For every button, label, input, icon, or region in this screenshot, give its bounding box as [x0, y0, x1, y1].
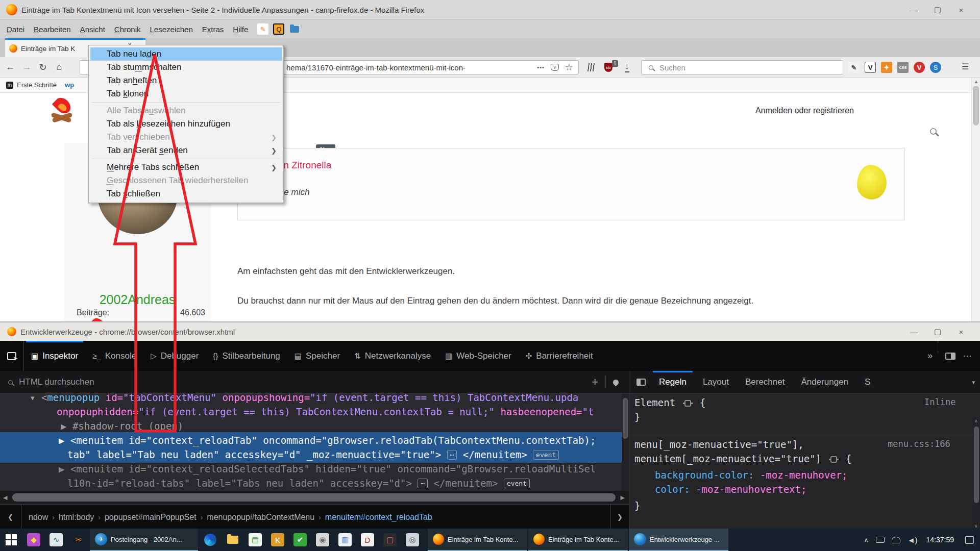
breadcrumb-item[interactable]: html:body [55, 513, 98, 522]
more-tools-icon[interactable]: » [927, 350, 933, 361]
rules-scroll-up-icon[interactable]: ∧ [974, 418, 978, 423]
search-bar[interactable]: Suchen [641, 60, 843, 74]
menu-item-tab-verschieben[interactable]: Tab verschieben❯ [90, 131, 282, 144]
devtools-tab-speicher[interactable]: ▤Speicher [287, 341, 347, 371]
markup-line[interactable]: ▶ <menuitem id="context_reloadSelectedTa… [59, 462, 596, 476]
breadcrumb-item[interactable]: popupset#mainPopupSet [101, 513, 201, 522]
markup-line[interactable]: ▶ #shadow-root (open) [61, 419, 183, 433]
add-node-icon[interactable]: + [592, 375, 598, 389]
menu-item-tab-neu-laden[interactable]: Tab neu laden [90, 47, 282, 61]
markup-badge[interactable]: event [504, 479, 530, 488]
dock-side-icon[interactable] [945, 353, 955, 360]
sidebar-tab-änderungen[interactable]: Änderungen [793, 371, 856, 394]
v-box-ext-icon[interactable]: V [865, 62, 876, 73]
notes-icon[interactable]: ▤ [244, 529, 266, 551]
color-app-icon[interactable]: ◆ [22, 529, 45, 551]
taskbar-task[interactable]: Entwicklerwerkzeuge ... [629, 529, 728, 551]
menubar-item-bearbeiten[interactable]: Bearbeiten [29, 20, 76, 38]
devtools-menu-icon[interactable]: ⋯ [963, 350, 972, 362]
pencil-ext-icon[interactable]: ✎ [848, 62, 860, 73]
menu-item-tab-schließen[interactable]: Tab schließen [90, 187, 282, 201]
menubar-item-datei[interactable]: Datei [2, 20, 29, 38]
check-icon[interactable]: ✔ [289, 529, 311, 551]
devtools-tab-debugger[interactable]: ▷Debugger [143, 341, 206, 371]
devtools-tab-barrierefreiheit[interactable]: ✣Barrierefreiheit [519, 341, 600, 371]
breadcrumb-item[interactable]: menuitem#context_reloadTab [321, 513, 436, 522]
close-button[interactable]: × [949, 0, 973, 19]
download-icon[interactable]: ↓ [625, 62, 629, 72]
menu-item-tab-anheften[interactable]: Tab anheften [90, 74, 282, 87]
menubar-item-extras[interactable]: Extras [198, 20, 229, 38]
back-icon[interactable]: ← [2, 62, 18, 72]
taskbar-task[interactable]: Einträge im Tab Konte... [528, 529, 628, 551]
breadcrumb-item[interactable]: menupopup#tabContextMenu [203, 513, 318, 522]
rules-scroll-down-icon[interactable]: ∨ [974, 523, 978, 529]
crumbs-scroll-left-icon[interactable]: ❮ [0, 505, 21, 530]
tray-network-icon[interactable] [892, 537, 900, 543]
v-red-ext-icon[interactable]: V [914, 62, 925, 73]
page-scrollbar[interactable]: ▲ [971, 78, 980, 321]
snippet-icon[interactable]: ▥ [334, 529, 356, 551]
sidebar-tab-regeln[interactable]: Regeln [651, 371, 695, 394]
eyedropper-icon[interactable] [612, 378, 620, 386]
explorer-icon[interactable] [222, 529, 244, 551]
sidebar-tab-s[interactable]: S [856, 371, 878, 394]
action-center-icon[interactable] [965, 536, 974, 544]
crumbs-scroll-right-icon[interactable]: ❯ [610, 505, 629, 530]
markup-line[interactable]: ▶ <menuitem id="context_reloadTab" oncom… [59, 433, 596, 447]
menu-item-tab-stummschalten[interactable]: Tab stummschalten [90, 61, 282, 74]
reload-icon[interactable]: ↻ [35, 62, 51, 73]
menu-item-geschlossenen-tab-wiederherstellen[interactable]: Geschlossenen Tab wiederherstellen [90, 174, 282, 187]
devtools-tab-stilbearbeitung[interactable]: {}Stilbearbeitung [206, 341, 287, 371]
maximize-button[interactable]: ▢ [926, 0, 949, 19]
menubar-item-lesezeichen[interactable]: Lesezeichen [145, 20, 198, 38]
quicktext-addon-icon[interactable]: Q [273, 23, 284, 35]
capture-icon[interactable]: ◎ [401, 529, 424, 551]
node-picker-icon[interactable]: ➢ [0, 341, 23, 371]
hamburger-menu-icon[interactable]: ☰ [962, 62, 969, 71]
css-ext-icon[interactable]: css [897, 62, 909, 73]
forum-search-icon[interactable] [930, 128, 937, 135]
markup-scrollbar[interactable] [622, 394, 629, 491]
breadcrumb-item[interactable]: ndow [24, 513, 52, 522]
rules-scrollbar[interactable]: ∧ ∨ [973, 417, 980, 530]
dictionary-icon[interactable]: D [356, 529, 379, 551]
note-addon-icon[interactable]: ✎ [257, 23, 268, 35]
menu-item-mehrere-tabs-schließen[interactable]: Mehrere Tabs schließen❯ [90, 161, 282, 174]
markup-badge[interactable]: event [533, 450, 559, 460]
orange-ext-icon[interactable]: ✦ [881, 62, 892, 73]
markup-hscrollbar[interactable]: ◀ ▶ [0, 491, 629, 504]
edge-icon[interactable] [199, 529, 222, 551]
devtools-tab-netzwerkanalyse[interactable]: ⇅Netzwerkanalyse [347, 341, 438, 371]
camp-firefox-logo[interactable] [50, 97, 76, 123]
menubar-item-hilfe[interactable]: Hilfe [228, 20, 253, 38]
devtools-close-button[interactable]: × [949, 323, 973, 340]
disc-icon[interactable]: ◉ [311, 529, 334, 551]
pocket-icon[interactable]: ∨ [551, 64, 559, 71]
taskbar-task[interactable]: Einträge im Tab Konte... [428, 529, 527, 551]
sidebar-tab-berechnet[interactable]: Berechnet [737, 371, 793, 394]
markup-view[interactable]: ▾ <menupopup id="tabContextMenu" onpopup… [0, 394, 629, 491]
monitor-chart-icon[interactable]: ∿ [45, 529, 67, 551]
menubar-item-ansicht[interactable]: Ansicht [76, 20, 110, 38]
minimize-button[interactable]: — [902, 0, 926, 19]
taskbar-clock[interactable]: 14:37:59 [926, 536, 954, 544]
keepass-icon[interactable]: K [266, 529, 289, 551]
remote-desktop-icon[interactable]: ▢ [379, 529, 401, 551]
menu-item-tab-als-lesezeichen-hinzufügen[interactable]: Tab als Lesezeichen hinzufügen [90, 117, 282, 131]
blue-ext-icon[interactable]: S [930, 62, 941, 73]
devtools-tab-inspektor[interactable]: ▣Inspektor [24, 341, 85, 371]
hscroll-thumb[interactable] [12, 493, 615, 502]
bookmark-item[interactable]: Erste Schritte [17, 81, 57, 89]
tray-volume-icon[interactable]: ◄) [908, 536, 918, 544]
start-button[interactable] [0, 529, 22, 551]
devtools-minimize-button[interactable]: — [902, 323, 926, 340]
folder-addon-icon[interactable] [289, 23, 300, 35]
page-actions-icon[interactable]: ••• [537, 64, 545, 70]
markup-search-input[interactable]: HTML durchsuchen [19, 377, 94, 387]
tray-expand-icon[interactable]: ∧ [864, 536, 869, 544]
forward-icon[interactable]: → [18, 62, 35, 72]
bookmark-star-icon[interactable]: ☆ [565, 62, 573, 73]
devtools-tab-web-speicher[interactable]: ▥Web-Speicher [438, 341, 519, 371]
ublock-icon[interactable]: ub [604, 63, 612, 72]
